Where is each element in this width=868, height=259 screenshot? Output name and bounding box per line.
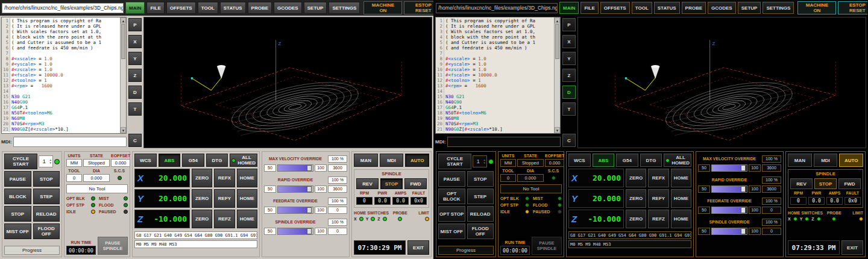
all-homed-button[interactable]: ALL HOMED — [230, 154, 257, 167]
exit-button[interactable]: EXIT — [841, 240, 863, 255]
menu-button-setup[interactable]: SETUP — [304, 2, 327, 14]
zero-x-button[interactable]: ZERO — [626, 169, 646, 187]
opt-block-button[interactable]: OPT BLOCK — [438, 189, 465, 204]
spindle-stop-button[interactable]: STOP — [380, 178, 403, 189]
preview-3d[interactable]: Z — [577, 17, 866, 148]
scroll-up-icon[interactable]: ▲ — [555, 17, 560, 23]
view-button-y[interactable]: Y — [562, 52, 576, 65]
rapid-slider[interactable] — [277, 186, 313, 193]
cycle-start-button[interactable]: CYCLE START — [438, 154, 471, 169]
feedrate-slider[interactable] — [277, 207, 313, 214]
spindle-slider[interactable] — [711, 228, 747, 235]
menu-button-probe[interactable]: PROBE — [248, 2, 272, 14]
flood-off-button[interactable]: FLOOD OFF — [33, 223, 60, 239]
spin-down-icon[interactable]: ▼ — [49, 161, 52, 164]
estop-reset-button[interactable]: ESTOP RESET — [404, 1, 434, 14]
dtg-button[interactable]: DTG — [206, 154, 228, 167]
menu-button-tool[interactable]: TOOL — [632, 2, 652, 14]
pause-spindle-button[interactable]: PAUSE SPINDLE — [532, 237, 562, 255]
view-button-d[interactable]: D — [562, 86, 576, 99]
spindle-fwd-button[interactable]: FWD — [838, 178, 861, 189]
view-button-z[interactable]: Z — [128, 69, 142, 82]
menu-button-settings[interactable]: SETTINGS — [763, 2, 794, 14]
menu-button-offsets[interactable]: OFFSETS — [166, 2, 196, 14]
max-velocity-slider[interactable] — [277, 164, 313, 172]
gcode-editor[interactable]: 1( This program is copyright of Ra2( It … — [1, 17, 127, 134]
menu-button-main[interactable]: MAIN — [559, 2, 579, 14]
step-button[interactable]: STEP — [467, 189, 494, 204]
pause-button[interactable]: PAUSE — [438, 171, 465, 187]
ref-z-button[interactable]: REFZ — [648, 210, 668, 228]
zero-y-button[interactable]: ZERO — [626, 189, 646, 208]
spindle-rev-button[interactable]: REV — [356, 178, 379, 189]
spindle-rev-button[interactable]: REV — [790, 178, 813, 189]
editor-scrollbar[interactable]: ▲ ▼ — [554, 17, 560, 133]
ref-z-button[interactable]: REFZ — [214, 210, 234, 228]
exit-button[interactable]: EXIT — [407, 240, 429, 255]
estop-reset-button[interactable]: ESTOP RESET — [838, 1, 868, 14]
slider-handle[interactable] — [307, 165, 312, 171]
slider-handle[interactable] — [741, 186, 746, 192]
dtg-button[interactable]: DTG — [640, 154, 662, 167]
scrollbar-track[interactable] — [555, 60, 560, 127]
auto-button[interactable]: AUTO — [839, 154, 863, 167]
cycle-count-spinner[interactable]: 1 ▲ ▼ — [473, 155, 487, 167]
max-velocity-slider[interactable] — [711, 164, 747, 172]
view-button-p[interactable]: P — [562, 18, 576, 31]
menu-button-gcodes[interactable]: GCODES — [708, 2, 736, 14]
slider-handle[interactable] — [307, 186, 312, 192]
mdi-mode-button[interactable]: MDI — [380, 154, 404, 167]
zero-z-button[interactable]: ZERO — [192, 210, 212, 228]
zero-y-button[interactable]: ZERO — [192, 189, 212, 208]
menu-button-file[interactable]: FILE — [580, 2, 598, 14]
file-path-entry[interactable]: /home/chris/linuxcnc/nc_files/examples/3… — [2, 3, 124, 13]
scroll-down-icon[interactable]: ▼ — [121, 127, 126, 133]
machine-on-button[interactable]: MACHINE ON — [363, 1, 402, 14]
home-y-button[interactable]: HOME — [237, 189, 257, 208]
gcode-editor[interactable]: 1( This program is copyright of Ra2( It … — [435, 17, 561, 134]
home-z-button[interactable]: HOME — [671, 210, 691, 228]
step-button[interactable]: STEP — [33, 189, 60, 204]
view-button-y[interactable]: Y — [128, 52, 142, 65]
g54-button[interactable]: G54 — [182, 154, 204, 167]
home-y-button[interactable]: HOME — [671, 189, 691, 208]
ref-x-button[interactable]: REFX — [214, 169, 234, 187]
view-button-p[interactable]: P — [128, 18, 142, 31]
menu-button-settings[interactable]: SETTINGS — [329, 2, 360, 14]
view-button-d[interactable]: D — [128, 86, 142, 99]
zero-z-button[interactable]: ZERO — [626, 210, 646, 228]
cycle-start-button[interactable]: CYCLE START — [4, 154, 37, 169]
view-button-c[interactable]: C — [128, 134, 142, 147]
editor-scrollbar[interactable]: ▲ ▼ — [120, 17, 126, 133]
scrollbar-thumb[interactable] — [555, 24, 559, 59]
cycle-count-spinner[interactable]: 1 ▲ ▼ — [39, 155, 53, 167]
menu-button-main[interactable]: MAIN — [125, 2, 145, 14]
wcs-button[interactable]: WCS — [134, 154, 157, 167]
pause-button[interactable]: PAUSE — [4, 171, 31, 187]
file-path-entry[interactable]: /home/chris/linuxcnc/nc_files/examples/3… — [436, 3, 558, 13]
menu-button-offsets[interactable]: OFFSETS — [600, 2, 630, 14]
slider-handle[interactable] — [307, 228, 312, 234]
spindle-fwd-button[interactable]: FWD — [404, 178, 427, 189]
view-button-t[interactable]: T — [562, 102, 576, 116]
view-button-x[interactable]: X — [128, 35, 142, 48]
spinner-arrows[interactable]: ▲ ▼ — [49, 158, 52, 164]
ref-y-button[interactable]: REFY — [648, 189, 668, 208]
menu-button-status[interactable]: STATUS — [220, 2, 246, 14]
mist-off-button[interactable]: MIST OFF — [438, 223, 465, 239]
stop-button[interactable]: STOP — [467, 171, 494, 187]
opt-block-button[interactable]: BLOCK — [4, 189, 31, 204]
view-button-c[interactable]: C — [562, 134, 576, 147]
preview-3d[interactable]: Z — [143, 17, 432, 148]
view-button-x[interactable]: X — [562, 35, 576, 48]
slider-handle[interactable] — [741, 228, 746, 234]
auto-button[interactable]: AUTO — [405, 154, 429, 167]
g54-button[interactable]: G54 — [616, 154, 638, 167]
home-z-button[interactable]: HOME — [237, 210, 257, 228]
menu-button-gcodes[interactable]: GCODES — [274, 2, 302, 14]
menu-button-probe[interactable]: PROBE — [682, 2, 706, 14]
man-button[interactable]: MAN — [788, 154, 812, 167]
all-homed-button[interactable]: ALL HOMED — [664, 154, 691, 167]
flood-off-button[interactable]: FLOOD OFF — [467, 223, 494, 239]
pause-spindle-button[interactable]: PAUSE SPINDLE — [98, 237, 128, 255]
